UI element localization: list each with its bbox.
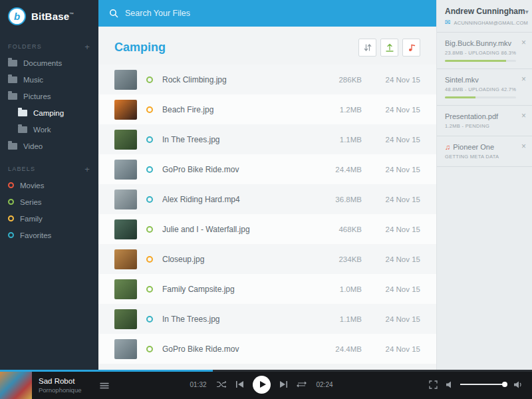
table-row[interactable]: Rock Climbing.jpg 286KB 24 Nov 15: [98, 65, 436, 94]
page-title: Camping: [114, 41, 166, 55]
user-name: Andrew Cunningham: [445, 7, 525, 16]
file-date: 24 Nov 15: [362, 106, 420, 114]
track-info: Sad Robot Pornophonique: [39, 377, 81, 394]
table-row[interactable]: Julie and I - Waterfall.jpg 468KB 24 Nov…: [98, 214, 436, 244]
play-button[interactable]: [253, 376, 271, 394]
queue-button[interactable]: [100, 382, 109, 389]
sidebar-label-series[interactable]: Series: [0, 194, 98, 210]
sidebar-item-pictures[interactable]: Pictures: [0, 88, 98, 104]
file-thumbnail: [114, 190, 137, 209]
upload-progress-track: [445, 96, 516, 98]
left-sidebar: b BitBase™ FOLDERS + Documents Music Pic…: [0, 0, 98, 370]
upload-status-text: GETTING META DATA: [445, 154, 516, 160]
file-size: 1.0MB: [321, 285, 362, 293]
sidebar-label-family[interactable]: Family: [0, 210, 98, 227]
search-icon: [109, 9, 118, 18]
upload-file-name: Big.Buck.Bunny.mkv: [445, 39, 511, 47]
volume-low-icon: [446, 381, 452, 388]
table-row[interactable]: GoPro Bike Ride.mov 24.4MB 24 Nov 15: [98, 154, 436, 184]
volume-knob[interactable]: [502, 382, 507, 387]
chevron-down-icon[interactable]: ▾: [525, 8, 529, 15]
shuffle-button[interactable]: [216, 380, 227, 388]
folders-list: Documents Music Pictures Camping Work Vi…: [0, 55, 98, 154]
table-row[interactable]: GoPro Bike Ride.mov 24.4MB 24 Nov 15: [98, 334, 436, 364]
upload-item: ♫ Sintel.mkv 48.8MB - UPLOADING 42.7% ×: [437, 69, 532, 106]
previous-button[interactable]: [235, 380, 244, 388]
sidebar-item-work[interactable]: Work: [0, 121, 98, 138]
queue-icon: [100, 382, 109, 389]
sidebar-label-favorites[interactable]: Favorites: [0, 227, 98, 243]
add-folder-button[interactable]: +: [84, 43, 90, 51]
fullscreen-button[interactable]: [429, 380, 438, 389]
close-icon[interactable]: ×: [521, 142, 526, 150]
album-art: [0, 372, 32, 399]
table-row[interactable]: Beach Fire.jpg 1.2MB 24 Nov 15: [98, 94, 436, 124]
file-date: 24 Nov 15: [362, 166, 420, 174]
file-size: 1.2MB: [321, 106, 362, 114]
next-button[interactable]: [279, 380, 288, 388]
sidebar-item-label: Music: [23, 76, 43, 84]
sidebar-label-movies[interactable]: Movies: [0, 177, 98, 194]
file-thumbnail: [114, 160, 137, 180]
file-date: 24 Nov 15: [362, 345, 420, 353]
user-row[interactable]: Andrew Cunningham ▾: [445, 7, 524, 16]
previous-icon: [235, 380, 244, 388]
repeat-button[interactable]: [297, 380, 307, 388]
sidebar-item-camping[interactable]: Camping: [0, 104, 98, 121]
file-status-icon: [146, 316, 153, 323]
trademark-symbol: ™: [69, 12, 74, 17]
envelope-icon: ✉: [445, 19, 451, 26]
file-date: 24 Nov 15: [362, 76, 420, 84]
volume-slider[interactable]: [460, 384, 505, 385]
seek-progress: [0, 370, 213, 372]
user-block: Andrew Cunningham ▾ ✉ ACUNNINGHAM@GMAIL.…: [437, 0, 532, 33]
table-row[interactable]: Alex Riding Hard.mp4 36.8MB 24 Nov 15: [98, 184, 436, 214]
user-email: ACUNNINGHAM@GMAIL.COM: [454, 20, 528, 26]
shuffle-icon: [216, 380, 227, 388]
add-label-button[interactable]: +: [84, 165, 90, 174]
upload-progress-fill: [445, 96, 475, 98]
file-thumbnail: [114, 279, 137, 299]
file-list: Rock Climbing.jpg 286KB 24 Nov 15 Beach …: [98, 65, 436, 370]
file-size: 286KB: [321, 76, 362, 84]
folder-icon: [18, 126, 27, 133]
file-name: Family Campsite.jpg: [162, 285, 321, 294]
sidebar-item-video[interactable]: Video: [0, 138, 98, 154]
table-row[interactable]: Family Campsite.jpg 1.0MB 24 Nov 15: [98, 274, 436, 304]
file-name: In The Trees.jpg: [162, 315, 321, 324]
table-row[interactable]: Closeup.jpg 234KB 24 Nov 15: [98, 244, 436, 274]
close-icon[interactable]: ×: [521, 112, 526, 120]
search-input[interactable]: [125, 9, 426, 18]
sidebar-label-text: Series: [20, 198, 42, 206]
file-date: 24 Nov 15: [362, 315, 420, 323]
upload-file-name: Pioneer One: [453, 143, 494, 151]
sidebar-item-documents[interactable]: Documents: [0, 55, 98, 71]
sidebar-item-music[interactable]: Music: [0, 71, 98, 88]
volume-max-button[interactable]: [514, 381, 523, 388]
seek-bar[interactable]: [0, 370, 532, 372]
labels-header-label: LABELS: [8, 166, 35, 172]
file-status-icon: [146, 136, 153, 143]
close-icon[interactable]: ×: [521, 75, 526, 83]
volume-mute-button[interactable]: [446, 381, 452, 388]
fullscreen-icon: [429, 380, 438, 389]
sidebar-item-label: Video: [23, 142, 43, 150]
sort-files-button[interactable]: [358, 39, 376, 57]
file-thumbnail: [114, 100, 137, 120]
file-size: 234KB: [321, 255, 362, 263]
table-row[interactable]: In The Trees.jpg 1.1MB 24 Nov 15: [98, 304, 436, 334]
file-status-icon: [146, 76, 153, 83]
volume-high-icon: [514, 381, 523, 388]
close-icon[interactable]: ×: [521, 39, 526, 47]
upload-status-text: 48.8MB - UPLOADING 42.7%: [445, 86, 516, 92]
logo: b BitBase™: [0, 0, 98, 32]
table-row[interactable]: In The Trees.jpg 1.1MB 24 Nov 15: [98, 124, 436, 154]
upload-music-button[interactable]: [402, 39, 420, 57]
file-status-icon: [146, 166, 153, 173]
next-icon: [279, 380, 288, 388]
upload-file-button[interactable]: [380, 39, 398, 57]
file-date: 24 Nov 15: [362, 225, 420, 233]
music-note-icon: [407, 43, 416, 52]
file-size: 24.4MB: [321, 345, 362, 353]
elapsed-time: 01:32: [189, 381, 207, 388]
